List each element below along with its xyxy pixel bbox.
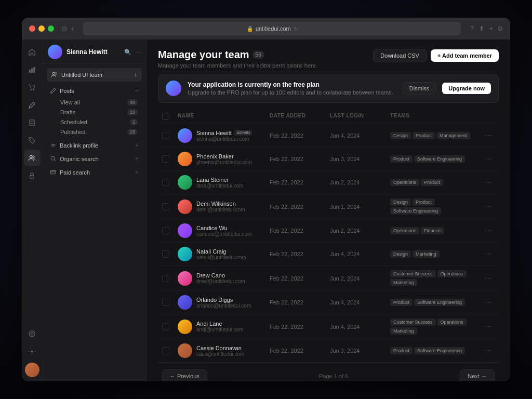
row-checkbox[interactable] [162,323,169,330]
posts-child[interactable]: Published 28 [56,127,142,137]
posts-children: View all 40 Drafts 10 Scheduled 2 Publis… [56,98,142,137]
svg-rect-11 [30,175,34,179]
row-menu-button[interactable]: ⋯ [482,347,495,355]
teams-cell: OperationsProduct [390,179,479,186]
minimize-btn[interactable] [38,25,45,32]
support-icon[interactable] [24,325,41,342]
checkbox-header[interactable] [162,113,169,120]
chart-icon[interactable] [24,61,41,78]
maximize-btn[interactable] [48,25,54,32]
row-menu-button[interactable]: ⋯ [482,227,495,235]
member-info: Phoenix Baker phoenix@untitledui.com [178,152,267,166]
posts-child[interactable]: Scheduled 2 [56,117,142,127]
team-add-icon[interactable]: + [134,71,138,79]
row-checkbox[interactable] [162,203,169,210]
team-tag: Product [390,155,413,163]
member-info: Drew Cano drew@untitledui.com [178,271,267,286]
team-tag: Finance [421,227,444,234]
backlink-section[interactable]: Backlink profile + [47,139,142,152]
member-avatar [178,152,192,166]
close-btn[interactable] [29,25,35,32]
team-select-icon [51,71,58,78]
refresh-icon[interactable]: ↻ [294,26,298,32]
row-checkbox[interactable] [162,250,169,258]
cell-last-login: Jun 3, 2024 [330,348,387,354]
cell-last-login: Jun 2, 2024 [330,275,387,282]
backlink-icon [50,142,57,149]
previous-button[interactable]: ← Previous [162,369,207,381]
add-member-button[interactable]: + Add team member [431,49,499,62]
user-avatar-bottom[interactable] [25,363,39,377]
member-details: Orlando Diggs orlando@untitledui.com [196,297,251,309]
promo-text: Your application is currently on the fre… [188,81,396,96]
row-menu-button[interactable]: ⋯ [482,155,495,163]
url-bar[interactable]: 🔒 untitledui.com ↻ [83,22,461,35]
row-menu-button[interactable]: ⋯ [482,274,495,283]
help-icon[interactable]: ? [470,25,474,32]
dismiss-button[interactable]: Dismiss [403,82,436,95]
row-menu-button[interactable]: ⋯ [482,131,495,140]
row-checkbox[interactable] [162,179,169,186]
row-checkbox[interactable] [162,299,169,306]
organic-add-icon[interactable]: + [135,155,139,163]
child-label: Drafts [60,109,125,115]
tag-icon[interactable] [24,132,41,149]
promo-banner: Your application is currently on the fre… [158,74,499,103]
row-menu-button[interactable]: ⋯ [482,323,495,331]
row-menu-button[interactable]: ⋯ [482,250,495,258]
new-tab-icon[interactable]: + [489,25,493,32]
row-checkbox[interactable] [162,227,169,234]
download-csv-button[interactable]: Download CSV [373,49,427,62]
backlink-add-icon[interactable]: + [135,141,139,149]
back-icon[interactable]: ‹ [71,24,74,33]
row-menu-button[interactable]: ⋯ [482,298,495,307]
cell-last-login: Jun 1, 2024 [330,204,387,210]
teams-cell: ProductSoftware Engineering [390,347,479,354]
row-checkbox[interactable] [162,275,169,282]
more-icon-sidebar[interactable]: ··· [136,48,141,56]
home-icon[interactable] [24,44,41,60]
member-name: Natali Craig [196,248,226,255]
member-count-badge: 56 [252,51,264,59]
settings-icon[interactable] [24,343,41,360]
child-label: Published [60,129,125,135]
organic-section[interactable]: Organic search + [47,152,142,165]
team-tag: Software Engineering [390,207,441,215]
paid-add-icon[interactable]: + [135,168,139,176]
paid-section[interactable]: Paid search + [47,166,142,179]
member-name: Andi Lane [196,321,222,327]
search-icon-sidebar[interactable]: 🔍 [124,49,131,56]
row-checkbox[interactable] [162,347,169,354]
member-info: Sienna Hewitt ADMIN sienna@untitledui.co… [178,128,267,143]
member-details: Natali Craig natali@untitledui.com [196,248,246,260]
cart-icon[interactable] [24,79,41,96]
sidebar-user-header: Sienna Hewitt 🔍 ··· [43,39,146,64]
row-checkbox[interactable] [162,132,169,139]
cell-date-added: Feb 22, 2022 [270,275,327,282]
left-nav-strip [22,39,43,381]
table-row: Natali Craig natali@untitledui.com Feb 2… [158,243,499,266]
team-icon[interactable] [24,150,41,166]
share-icon[interactable]: ⬆ [479,25,484,32]
team-selector[interactable]: Untitled UI team + [47,68,142,82]
team-tag: Product [390,299,413,306]
member-info: Lana Steiner lana@untitledui.com [178,175,267,190]
row-menu-button[interactable]: ⋯ [482,203,495,211]
posts-section-header[interactable]: Posts − [47,85,142,97]
row-menu-button[interactable]: ⋯ [482,178,495,187]
sidebar-toggle-icon[interactable]: ⊟ [61,25,67,33]
team-tag: Marketing [390,327,417,335]
pencil-icon[interactable] [24,97,41,113]
upgrade-button[interactable]: Upgrade now [442,83,491,94]
team-tag: Customer Success [390,270,436,277]
row-checkbox[interactable] [162,155,169,163]
lock-nav-icon[interactable] [24,167,41,184]
next-button[interactable]: Next → [460,369,495,381]
cell-last-login: Jun 4, 2024 [330,132,387,139]
posts-child[interactable]: Drafts 10 [56,108,142,117]
posts-collapse-icon[interactable]: − [135,87,139,95]
window-icon[interactable]: ⧉ [498,25,503,32]
cell-date-added: Feb 22, 2022 [270,324,327,330]
pages-icon[interactable] [24,114,41,131]
posts-child[interactable]: View all 40 [56,98,142,107]
